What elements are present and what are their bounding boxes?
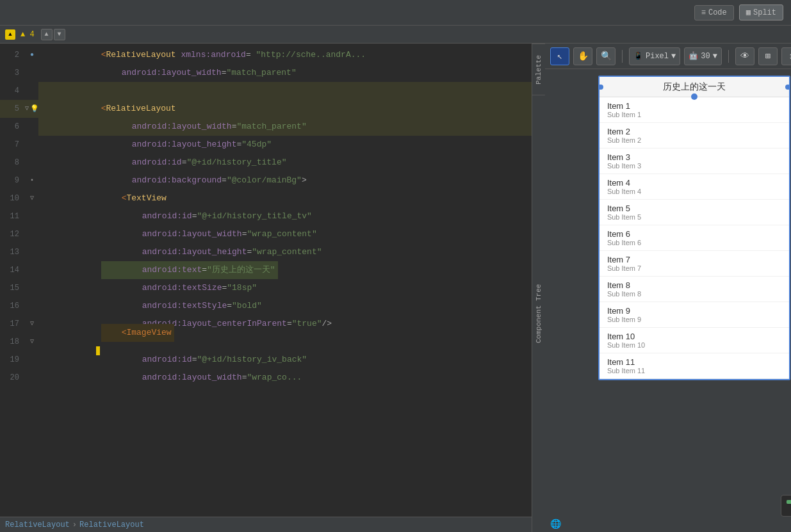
phone-frame: 历史上的这一天 Item 1 Sub Item 1 Item 2 Sub Ite… — [598, 76, 790, 380]
code-icon: ≡ — [701, 8, 706, 17]
list-item-title: Item 1 — [607, 101, 781, 111]
code-panel: 2 ● <RelativeLayout xmlns:android= "http… — [0, 44, 532, 532]
list-item-title: Item 11 — [607, 357, 781, 367]
gutter-dot-yellow: ▪ — [30, 172, 34, 189]
line-number: 6 — [0, 118, 26, 136]
design-area: ↖ ✋ 🔍 📱 Pixel ▼ 🤖 30 ▼ — [545, 44, 791, 532]
globe-icon[interactable]: 🌐 — [550, 519, 561, 529]
list-item-subtitle: Sub Item 9 — [607, 316, 781, 323]
line-gutter: ▽ — [26, 189, 38, 207]
line-number: 10 — [0, 189, 26, 207]
line-gutter: ● — [26, 46, 38, 64]
nav-up-button[interactable]: ▲ — [41, 29, 53, 40]
pan-tool-button[interactable]: ✋ — [573, 47, 592, 65]
line-number: 9 — [0, 172, 26, 189]
fold-arrow: ▽ — [30, 333, 34, 351]
device-label: Pixel — [646, 52, 669, 61]
fit-icon: ⊞ — [765, 51, 771, 61]
list-item-subtitle: Sub Item 2 — [607, 136, 781, 144]
line-number: 2 — [0, 46, 26, 64]
line-number: 13 — [0, 243, 26, 261]
list-item-subtitle: Sub Item 11 — [607, 367, 781, 375]
line-number: 20 — [0, 369, 26, 387]
toolbar-separator-1 — [622, 50, 623, 63]
list-item: Item 4 Sub Item 4 — [599, 174, 789, 200]
nav-down-button[interactable]: ▼ — [54, 29, 65, 40]
code-line-20: 20 android:layout_width="wrap_co... — [0, 369, 532, 387]
line-number: 19 — [0, 351, 26, 369]
code-button[interactable]: ≡ Code — [694, 5, 734, 20]
list-item-title: Item 9 — [607, 306, 781, 316]
phone-title: 历史上的这一天 — [663, 81, 726, 93]
line-number: 8 — [0, 154, 26, 172]
line-number: 18 — [0, 333, 26, 351]
top-toolbar: ≡ Code ▦ Split — [0, 0, 791, 26]
list-item-subtitle: Sub Item 1 — [607, 111, 781, 118]
list-item-subtitle: Sub Item 10 — [607, 341, 781, 349]
list-item: Item 5 Sub Item 5 — [599, 200, 789, 225]
select-icon: ↖ — [557, 51, 562, 61]
zoom-tool-button[interactable]: 🔍 — [596, 47, 616, 65]
list-item: Item 2 Sub Item 2 — [599, 123, 789, 149]
right-panel: Palette Component Tree ↖ ✋ 🔍 — [532, 44, 791, 532]
list-item: Item 1 Sub Item 1 — [599, 97, 789, 123]
palette-label: Palette — [535, 54, 542, 84]
palette-tab[interactable]: Palette — [532, 44, 545, 95]
warn-bar: ▲ ▲ 4 ▲ ▼ — [0, 26, 791, 44]
list-item-title: Item 4 — [607, 178, 781, 188]
api-dropdown-arrow: ▼ — [713, 52, 717, 61]
gutter-dot: ● — [30, 46, 34, 64]
line-content: android:layout_width="wrap_co... — [38, 351, 532, 405]
line-number: 12 — [0, 225, 26, 243]
list-item: Item 11 Sub Item 11 — [599, 353, 789, 379]
warning-icon: ▲ — [5, 29, 15, 40]
phone-header: 历史上的这一天 — [599, 77, 789, 97]
line-number: 15 — [0, 279, 26, 297]
select-tool-button[interactable]: ↖ — [550, 47, 569, 65]
fit-button[interactable]: ⊞ — [758, 47, 778, 65]
code-editor[interactable]: 2 ● <RelativeLayout xmlns:android= "http… — [0, 44, 532, 517]
indent — [101, 373, 142, 382]
line-number: 17 — [0, 315, 26, 333]
component-tree-tab[interactable]: Component Tree — [532, 95, 545, 532]
list-item-title: Item 10 — [607, 332, 781, 341]
api-label: 30 — [701, 52, 710, 61]
list-item-title: Item 8 — [607, 280, 781, 290]
line-gutter: ▽ — [26, 333, 38, 351]
breadcrumb-item-2[interactable]: RelativeLayout — [79, 520, 144, 529]
list-item-subtitle: Sub Item 6 — [607, 239, 781, 246]
api-selector[interactable]: 🤖 30 ▼ — [684, 47, 722, 65]
resize-handle[interactable] — [691, 93, 697, 100]
xml-attr-name: android:layout_width — [142, 373, 242, 382]
fold-arrow: ▽ — [25, 100, 29, 118]
list-item: Item 8 Sub Item 8 — [599, 277, 789, 302]
fold-arrow: ▽ — [30, 189, 34, 207]
split-label: Split — [753, 8, 776, 17]
design-toolbar: ↖ ✋ 🔍 📱 Pixel ▼ 🤖 30 ▼ — [545, 44, 791, 69]
list-item-title: Item 3 — [607, 152, 781, 162]
list-item-title: Item 6 — [607, 229, 781, 239]
list-item: Item 3 Sub Item 3 — [599, 149, 789, 174]
breadcrumb-bar: RelativeLayout › RelativeLayout — [0, 517, 532, 532]
resize-button[interactable]: ↕ — [781, 47, 791, 65]
list-item: Item 7 Sub Item 7 — [599, 251, 789, 277]
eye-button[interactable]: 👁 — [735, 47, 754, 65]
line-number: 7 — [0, 136, 26, 154]
line-number: 16 — [0, 297, 26, 315]
list-item-title: Item 2 — [607, 127, 781, 136]
device-selector[interactable]: 📱 Pixel ▼ — [629, 47, 680, 65]
line-number: 14 — [0, 261, 26, 279]
split-button[interactable]: ▦ Split — [739, 4, 783, 20]
phone-preview: 历史上的这一天 Item 1 Sub Item 1 Item 2 Sub Ite… — [545, 69, 791, 532]
resize-icon: ↕ — [788, 51, 791, 61]
line-number: 5 — [0, 100, 26, 118]
line-number: 3 — [0, 64, 26, 82]
list-item-subtitle: Sub Item 8 — [607, 290, 781, 298]
toolbar-separator-2 — [728, 50, 729, 63]
memory-line-1: ▲ 0.2k — [787, 498, 791, 505]
list-item: Item 6 Sub Item 6 — [599, 225, 789, 251]
line-number: 4 — [0, 82, 26, 100]
breadcrumb-item-1[interactable]: RelativeLayout — [5, 520, 70, 529]
list-item-subtitle: Sub Item 5 — [607, 213, 781, 221]
android-icon: 🤖 — [689, 51, 698, 61]
